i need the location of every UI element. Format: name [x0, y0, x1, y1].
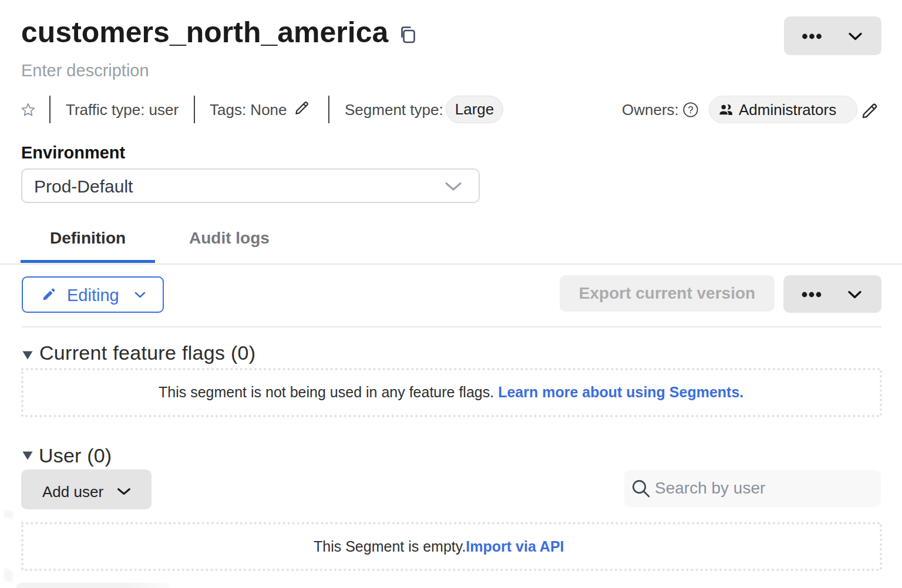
svg-text:?: ? [688, 104, 693, 116]
